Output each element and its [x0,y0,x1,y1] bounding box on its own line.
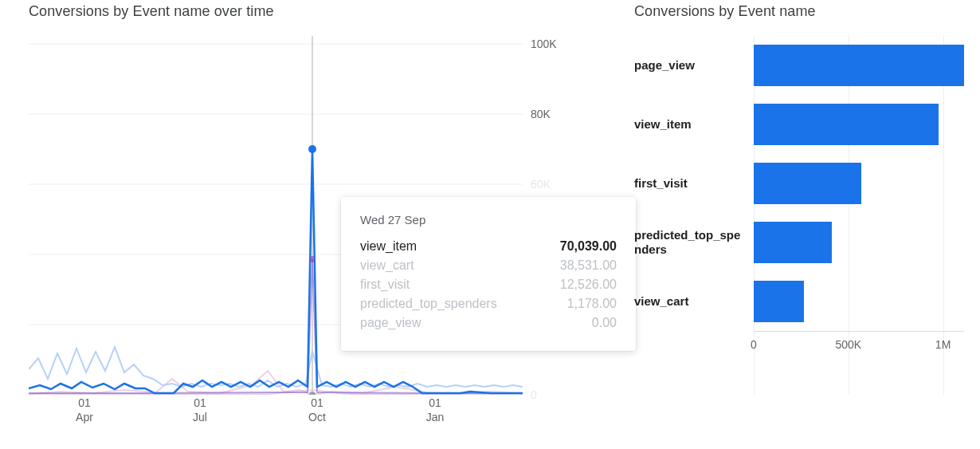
x-tick: 01Apr [76,396,93,424]
bar-x-tick: 1M [935,338,951,351]
chart-tooltip: Wed 27 Sep view_item 70,039.00 view_cart… [341,197,636,351]
bar-fill [754,281,804,322]
tooltip-row: view_cart 38,531.00 [360,258,617,273]
bar-x-tick: 500K [835,338,861,351]
bar-chart-panel: Conversions by Event name page_view view… [618,3,964,449]
bar-row: page_view [634,36,964,95]
bar-x-axis: 0 500K 1M [754,331,964,355]
svg-point-7 [308,145,316,153]
bar-chart-title: Conversions by Event name [634,3,964,20]
bar-row: view_item [634,95,964,154]
bar-x-tick: 0 [751,338,757,351]
tooltip-row: predicted_top_spenders 1,178.00 [360,297,617,311]
line-chart[interactable]: 100K 80K 60K 40K 20K 0 01Apr 01Jul 01Oct [29,36,618,419]
bar-fill [754,45,964,86]
bar-label: predicted_top_spenders [634,228,754,257]
bar-row: view_cart [634,272,964,331]
bar-row: predicted_top_spenders [634,213,964,272]
bar-fill [754,104,939,145]
bar-label: first_visit [634,176,754,191]
line-chart-panel: Conversions by Event name over time [29,3,618,449]
tooltip-row: first_visit 12,526.00 [360,278,617,292]
y-tick: 100K [531,37,557,50]
bar-label: view_cart [634,294,754,309]
y-tick: 60K [531,178,551,191]
tooltip-row: page_view 0.00 [360,316,617,330]
bar-label: view_item [634,117,754,132]
tooltip-row: view_item 70,039.00 [360,239,617,254]
bar-chart[interactable]: page_view view_item first_visit predicte… [634,36,964,419]
line-x-axis: 01Apr 01Jul 01Oct 01Jan [29,396,523,428]
y-tick: 0 [531,388,537,401]
svg-point-8 [309,256,316,262]
bar-row: first_visit [634,154,964,213]
line-chart-title: Conversions by Event name over time [29,3,618,20]
y-tick: 80K [531,108,551,120]
bar-fill [754,163,861,204]
bar-fill [754,222,832,263]
x-tick: 01Jan [426,396,445,424]
bar-label: page_view [634,58,754,73]
svg-point-9 [309,392,316,395]
tooltip-date: Wed 27 Sep [360,213,617,226]
x-tick: 01Jul [193,396,207,424]
x-tick: 01Oct [308,396,326,424]
